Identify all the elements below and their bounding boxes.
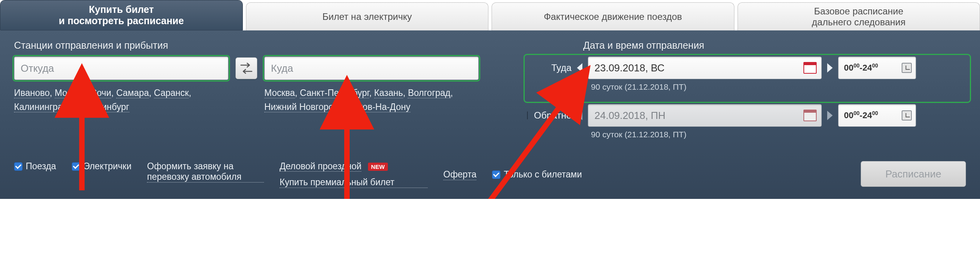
return-date-input[interactable]: 24.09.2018, ПН (588, 104, 822, 127)
date-prev-button[interactable] (577, 63, 582, 73)
calendar-icon (803, 62, 817, 74)
tab-base-schedule[interactable]: Базовое расписание дальнего следования (738, 2, 980, 30)
city-link[interactable]: Иваново (14, 88, 50, 98)
city-link[interactable]: Москва (55, 88, 85, 98)
date-value: 23.09.2018, ВС (594, 62, 665, 74)
tab-bar: Купить билет и посмотреть расписание Бил… (0, 0, 980, 30)
swap-icon (240, 69, 253, 74)
to-station-input[interactable] (264, 57, 479, 80)
time-value: 0000-2400 (844, 110, 878, 121)
return-checkbox[interactable] (527, 111, 528, 120)
checkbox-label: Только с билетами (504, 169, 582, 180)
tab-label: Билет на электричку (322, 11, 412, 22)
only-with-tickets-checkbox[interactable]: Только с билетами (492, 169, 582, 180)
checkbox-icon (72, 162, 80, 171)
city-link[interactable]: Екатеринбург (73, 102, 129, 112)
city-link[interactable]: Сочи (90, 88, 111, 98)
date-next-button[interactable] (827, 63, 833, 73)
offer-link[interactable]: Оферта (443, 169, 476, 180)
business-pass-link[interactable]: Деловой проездной (279, 161, 361, 172)
city-link[interactable]: Самара (116, 88, 149, 98)
tab-suburban-ticket[interactable]: Билет на электричку (246, 2, 489, 30)
premium-ticket-link[interactable]: Купить премиальный билет (279, 177, 428, 188)
clock-icon (902, 63, 912, 73)
stations-label: Станции отправления и прибытия (14, 40, 501, 51)
date-value: 24.09.2018, ПН (594, 110, 665, 122)
there-label: Туда (529, 62, 571, 73)
city-link[interactable]: Саранск (154, 88, 189, 98)
from-station-input[interactable] (14, 57, 228, 80)
checkbox-label: Электрички (83, 161, 131, 172)
city-link[interactable]: Москва (264, 88, 295, 98)
suburban-checkbox[interactable]: Электрички (72, 161, 131, 172)
depart-date-input[interactable]: 23.09.2018, ВС (588, 57, 822, 79)
car-transport-link[interactable]: Оформить заявку на перевозку автомобиля (147, 161, 264, 183)
swap-stations-button[interactable] (235, 57, 257, 79)
city-link[interactable]: Санкт-Петербург (300, 88, 369, 98)
checkbox-icon (14, 162, 23, 171)
schedule-button[interactable]: Расписание (861, 161, 966, 187)
trains-checkbox[interactable]: Поезда (14, 161, 56, 172)
return-date-next-button[interactable] (827, 111, 833, 120)
depart-time-range[interactable]: 0000-2400 (838, 57, 916, 79)
clock-icon (902, 110, 912, 121)
tab-label: Купить билет и посмотреть расписание (59, 4, 184, 27)
tab-actual-movement[interactable]: Фактическое движение поездов (492, 2, 734, 30)
city-link[interactable]: Волгоград (408, 88, 450, 98)
city-link[interactable]: Казань (374, 88, 403, 98)
datetime-label: Дата и время отправления (583, 40, 966, 51)
new-badge: NEW (368, 163, 388, 171)
to-city-suggestions: Москва, Санкт-Петербург, Казань, Волгогр… (264, 86, 479, 114)
city-link[interactable]: Калининград (14, 102, 68, 112)
return-range-note: 90 суток (21.12.2018, ПТ) (591, 130, 966, 139)
return-time-range[interactable]: 0000-2400 (838, 104, 916, 127)
button-label: Расписание (885, 168, 941, 180)
city-link[interactable]: Ростов-На-Дону (343, 102, 410, 112)
calendar-icon (803, 110, 817, 121)
checkbox-icon (492, 170, 501, 179)
swap-icon (240, 62, 253, 68)
return-date-prev-button[interactable] (577, 111, 582, 120)
time-value: 0000-2400 (844, 62, 878, 73)
tab-label: Фактическое движение поездов (544, 11, 682, 22)
city-link[interactable]: Нижний Новгород (264, 102, 338, 112)
from-city-suggestions: Иваново, Москва, Сочи, Самара, Саранск, … (14, 86, 228, 114)
depart-range-note: 90 суток (21.12.2018, ПТ) (591, 82, 966, 92)
search-panel: Станции отправления и прибытия Иваново, … (0, 30, 980, 199)
checkbox-label: Поезда (26, 161, 56, 172)
tab-label: Базовое расписание дальнего следования (812, 6, 906, 27)
return-label: Обратно (534, 110, 571, 121)
tab-buy-ticket[interactable]: Купить билет и посмотреть расписание (0, 0, 243, 30)
